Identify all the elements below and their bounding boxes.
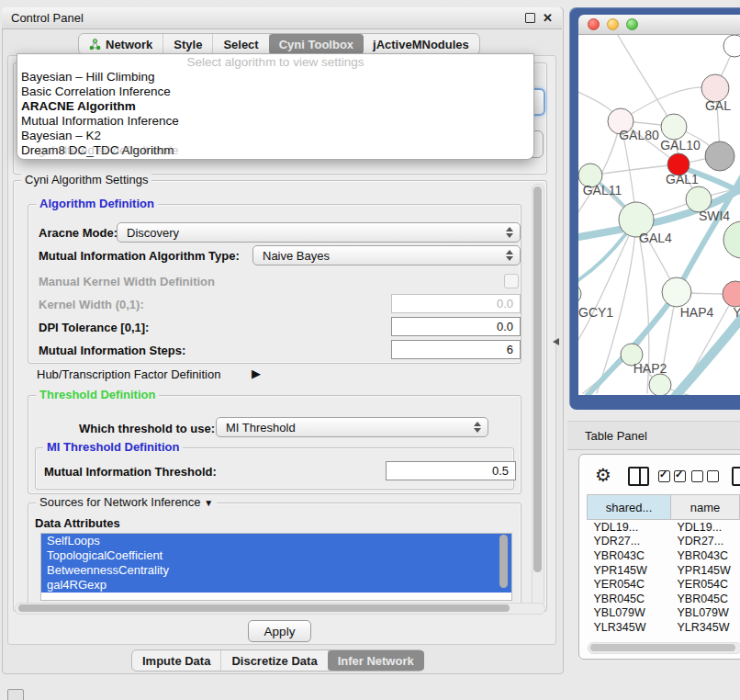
network-node[interactable]	[705, 141, 734, 171]
network-node[interactable]	[649, 374, 671, 395]
splitter-arrow-icon[interactable]	[553, 338, 559, 345]
table-row[interactable]: YBR043CYBR043C	[588, 548, 740, 563]
table-cell[interactable]: YBL079W	[671, 606, 740, 621]
dropdown-item[interactable]: Bayesian – K2	[17, 129, 533, 143]
data-attributes-label: Data Attributes	[35, 516, 120, 530]
attribute-list-item[interactable]: gal4RGexp	[41, 578, 511, 593]
toolbar-cutoff-icon[interactable]	[732, 467, 740, 486]
settings-vscrollbar-thumb[interactable]	[533, 186, 542, 572]
tab-cyni-toolbox[interactable]: Cyni Toolbox	[269, 34, 364, 54]
network-node-gal10[interactable]	[661, 114, 687, 140]
tab-select[interactable]: Select	[213, 34, 269, 54]
dropdown-item[interactable]: Mutual Information Inference	[17, 114, 533, 129]
apply-button[interactable]: Apply	[248, 620, 311, 642]
table-cell[interactable]: YLR345W	[671, 620, 740, 635]
table-cell[interactable]: YDR27...	[588, 535, 671, 549]
dpi-tolerance-field[interactable]: 0.0	[391, 317, 521, 336]
control-panel-titlebar[interactable]: Control Panel ✕	[2, 7, 562, 29]
network-window-titlebar[interactable]	[578, 15, 740, 35]
kernel-width-field[interactable]: 0.0	[391, 294, 521, 313]
mi-threshold-field[interactable]: 0.5	[386, 461, 516, 480]
table-cell[interactable]: YER054C	[671, 577, 740, 592]
unselect-all-columns-icon[interactable]	[691, 470, 719, 482]
network-node-y[interactable]	[723, 281, 740, 307]
manual-kernel-checkbox[interactable]	[504, 274, 519, 288]
table-cell[interactable]: YDL19...	[588, 520, 671, 535]
table-hscrollbar-thumb[interactable]	[590, 644, 735, 651]
attribute-list-item[interactable]: BetweennessCentrality	[41, 563, 511, 578]
table-row[interactable]: YDR27...YDR27...12	[588, 535, 740, 549]
tab-impute-data[interactable]: Impute Data	[132, 650, 221, 671]
mac-close-icon[interactable]	[588, 18, 600, 30]
tab-network[interactable]: Network	[79, 34, 163, 54]
table-cell[interactable]: YBR043C	[588, 548, 671, 563]
sources-title-text: Sources for Network Inference	[39, 495, 201, 509]
dropdown-item[interactable]: Dream8 DC_TDC Algorithm	[17, 143, 533, 158]
table-cell[interactable]: YBR045C	[671, 592, 740, 606]
settings-vscrollbar[interactable]	[532, 184, 544, 606]
network-node[interactable]	[723, 221, 740, 258]
network-node[interactable]	[723, 35, 740, 57]
network-canvas[interactable]: GALGAL80GAL10GAL1GAL11SWI4GAL4GCY1HAP4YH…	[578, 35, 740, 395]
table-row[interactable]: YBR045CYBR045C9.	[588, 592, 740, 606]
float-window-icon[interactable]	[525, 13, 535, 23]
table-cell[interactable]: YPR145W	[588, 563, 671, 578]
expand-arrow-icon[interactable]: ▶	[252, 367, 261, 380]
table-row[interactable]: YBL079WYBL079W	[588, 606, 740, 621]
attribute-list-item[interactable]: TopologicalCoefficient	[41, 548, 511, 563]
dropdown-item[interactable]: ARACNE Algorithm	[17, 99, 533, 114]
which-threshold-combobox[interactable]: MI Threshold	[216, 417, 488, 437]
table-row[interactable]: YLR345WYLR345W9.	[588, 620, 740, 635]
tab-jactivemnodules[interactable]: jActiveMNodules	[363, 34, 479, 54]
column-header-shared[interactable]: shared...	[588, 495, 671, 520]
mac-minimize-icon[interactable]	[607, 18, 619, 30]
network-node-label: HAP2	[633, 361, 667, 376]
attributes-vscrollbar[interactable]	[499, 534, 509, 598]
table-row[interactable]: YER054CYER054C8.	[588, 577, 740, 592]
settings-hscrollbar[interactable]	[15, 603, 545, 615]
table-panel-titlebar[interactable]: Table Panel	[567, 421, 740, 450]
attribute-list-item[interactable]: SelfLoops	[41, 534, 511, 548]
corner-widget-icon[interactable]	[7, 689, 24, 700]
threshold-definition-title: Threshold Definition	[36, 388, 159, 401]
column-header-name[interactable]: name	[671, 495, 740, 520]
table-cell[interactable]: YBR043C	[671, 548, 740, 563]
table-cell[interactable]: YDL19...	[671, 520, 740, 535]
network-edge-highlighted[interactable]	[675, 309, 740, 395]
network-node-gcy1[interactable]	[578, 284, 581, 304]
attributes-vscrollbar-thumb[interactable]	[499, 535, 508, 588]
split-columns-icon[interactable]	[628, 467, 649, 486]
table-row[interactable]: YPR145WYPR145W9.	[588, 563, 740, 578]
data-attributes-list[interactable]: SelfLoopsTopologicalCoefficientBetweenne…	[40, 533, 512, 601]
select-all-columns-icon[interactable]	[658, 470, 686, 482]
mi-steps-field[interactable]: 6	[391, 340, 521, 359]
algorithm-definition-title: Algorithm Definition	[36, 197, 158, 210]
mac-zoom-icon[interactable]	[626, 18, 638, 30]
mi-type-label: Mutual Information Algorithm Type:	[39, 249, 240, 263]
network-node-label: GAL4	[639, 231, 672, 245]
dropdown-item[interactable]: Bayesian – Hill Climbing	[17, 70, 533, 85]
tab-discretize-data[interactable]: Discretize Data	[221, 650, 328, 671]
table-hscrollbar[interactable]	[588, 642, 740, 654]
table-cell[interactable]: YBL079W	[588, 606, 671, 621]
collapse-arrow-icon[interactable]: ▼	[204, 498, 213, 508]
mi-type-combobox[interactable]: Naive Bayes	[252, 245, 521, 265]
table-cell[interactable]: YDR27...	[671, 535, 740, 549]
dropdown-item[interactable]: Basic Correlation Inference	[17, 85, 533, 99]
table-cell[interactable]: YER054C	[588, 577, 671, 592]
tab-infer-network[interactable]: Infer Network	[328, 650, 424, 671]
table-cell[interactable]: YBR045C	[588, 592, 671, 606]
tab-label: Infer Network	[338, 654, 414, 668]
table-cell[interactable]: YPR145W	[671, 563, 740, 578]
node-table[interactable]: shared...nameAYDL19...YDL19...13YDR27...…	[587, 494, 740, 635]
network-node-hap4[interactable]	[662, 277, 691, 307]
tab-style[interactable]: Style	[163, 34, 213, 54]
network-node-label: GAL80	[619, 128, 659, 142]
table-cell[interactable]: YLR345W	[588, 620, 671, 635]
tab-label: Impute Data	[142, 654, 210, 668]
settings-hscrollbar-thumb[interactable]	[18, 604, 510, 612]
table-row[interactable]: YDL19...YDL19...13	[588, 520, 740, 535]
close-icon[interactable]: ✕	[543, 12, 553, 24]
aracne-mode-combobox[interactable]: Discovery	[117, 222, 521, 243]
gear-icon[interactable]: ⚙	[595, 466, 611, 484]
